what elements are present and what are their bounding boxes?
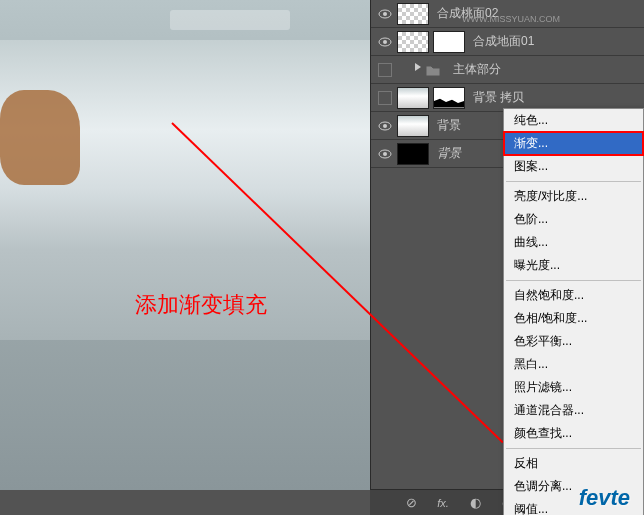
menu-separator [506, 280, 641, 281]
svg-point-1 [383, 12, 387, 16]
fx-icon[interactable]: fx. [434, 494, 452, 512]
layer-row[interactable]: 合成地面01 [371, 28, 644, 56]
expand-triangle-icon[interactable] [415, 63, 421, 71]
menu-item-solid-color[interactable]: 纯色... [504, 109, 643, 132]
menu-item-invert[interactable]: 反相 [504, 452, 643, 475]
layer-mask-thumbnail[interactable] [433, 31, 465, 53]
menu-item-brightness-contrast[interactable]: 亮度/对比度... [504, 185, 643, 208]
folder-icon [415, 63, 441, 77]
fill-adjustment-menu: 纯色... 渐变... 图案... 亮度/对比度... 色阶... 曲线... … [503, 108, 644, 515]
menu-item-vibrance[interactable]: 自然饱和度... [504, 284, 643, 307]
menu-item-pattern[interactable]: 图案... [504, 155, 643, 178]
svg-point-7 [383, 152, 387, 156]
svg-point-5 [383, 124, 387, 128]
menu-item-curves[interactable]: 曲线... [504, 231, 643, 254]
watermark-url: WWW.MISSYUAN.COM [462, 14, 560, 24]
menu-item-exposure[interactable]: 曝光度... [504, 254, 643, 277]
layer-row[interactable]: 主体部分 [371, 56, 644, 84]
menu-item-levels[interactable]: 色阶... [504, 208, 643, 231]
menu-item-channel-mixer[interactable]: 通道混合器... [504, 399, 643, 422]
visibility-icon[interactable] [375, 149, 395, 159]
menu-item-photo-filter[interactable]: 照片滤镜... [504, 376, 643, 399]
layer-thumbnail[interactable] [397, 115, 429, 137]
watermark-bar [170, 10, 290, 30]
menu-separator [506, 181, 641, 182]
visibility-icon[interactable] [375, 121, 395, 131]
menu-item-color-lookup[interactable]: 颜色查找... [504, 422, 643, 445]
visibility-icon[interactable] [375, 63, 395, 77]
layer-thumbnail[interactable] [397, 31, 429, 53]
svg-point-3 [383, 40, 387, 44]
layer-thumbnail[interactable] [397, 87, 429, 109]
visibility-icon[interactable] [375, 9, 395, 19]
menu-item-gradient[interactable]: 渐变... [504, 132, 643, 155]
mask-icon[interactable]: ◐ [466, 494, 484, 512]
visibility-icon[interactable] [375, 37, 395, 47]
layer-thumbnail[interactable] [397, 143, 429, 165]
visibility-icon[interactable] [375, 91, 395, 105]
layer-name: 主体部分 [453, 61, 640, 78]
watermark-logo: fevte [579, 485, 630, 511]
layer-thumbnail[interactable] [397, 3, 429, 25]
layer-name: 背景 拷贝 [473, 89, 640, 106]
link-layers-icon[interactable]: ⊘ [402, 494, 420, 512]
layer-name: 合成地面01 [473, 33, 640, 50]
menu-separator [506, 448, 641, 449]
annotation-text: 添加渐变填充 [135, 290, 267, 320]
canvas-content-animal [0, 90, 80, 185]
menu-item-hue-saturation[interactable]: 色相/饱和度... [504, 307, 643, 330]
menu-item-black-white[interactable]: 黑白... [504, 353, 643, 376]
canvas-area[interactable]: 添加渐变填充 [0, 0, 370, 490]
menu-item-color-balance[interactable]: 色彩平衡... [504, 330, 643, 353]
layer-mask-thumbnail[interactable] [433, 87, 465, 109]
